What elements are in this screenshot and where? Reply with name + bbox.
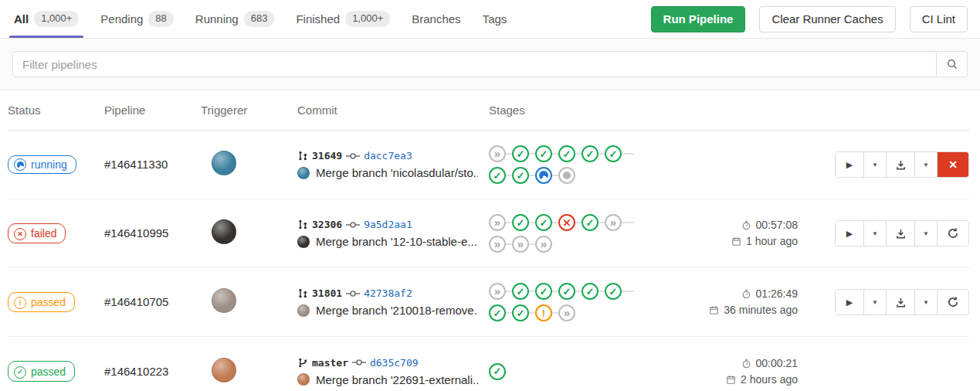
- stage-icon-running[interactable]: [535, 167, 552, 184]
- stage-icon-passed[interactable]: ✓: [535, 214, 552, 231]
- pipeline-finished-ago: 2 hours ago: [741, 372, 798, 388]
- commit-message-link[interactable]: Merge branch '12-10-stable-e...: [316, 235, 477, 248]
- commit-author-avatar[interactable]: [297, 167, 310, 179]
- stage-icon-passed[interactable]: ✓: [535, 145, 552, 162]
- branch-link[interactable]: master: [312, 357, 348, 369]
- commit-sha-link[interactable]: 9a5d2aa1: [364, 219, 412, 230]
- pipeline-link[interactable]: #146410705: [104, 295, 168, 308]
- stage-icon-passed[interactable]: ✓: [558, 145, 575, 162]
- commit-author-avatar[interactable]: [297, 236, 310, 248]
- pipeline-timing: 01:26:49 36 minutes ago: [655, 286, 798, 318]
- stage-icon-passed[interactable]: ✓: [558, 283, 575, 300]
- artifacts-download-button[interactable]: [887, 152, 915, 177]
- stage-icon-skipped[interactable]: »: [489, 214, 506, 231]
- stage-icon-passed[interactable]: ✓: [605, 283, 622, 300]
- artifacts-download-button[interactable]: [887, 221, 915, 246]
- search-button[interactable]: [937, 51, 968, 77]
- stage-icon-skipped[interactable]: »: [489, 283, 506, 300]
- stopwatch-icon: [741, 289, 751, 299]
- pipeline-link[interactable]: #146410223: [104, 365, 168, 378]
- artifacts-download-button[interactable]: [887, 290, 915, 314]
- pipeline-duration: 01:26:49: [756, 286, 799, 302]
- play-icon: ▶: [846, 298, 853, 308]
- stage-icon-passed[interactable]: ✓: [512, 145, 529, 162]
- tab-tags[interactable]: Tags: [483, 0, 507, 38]
- filter-pipelines-input[interactable]: [12, 51, 937, 77]
- tab-pending[interactable]: Pending 88: [100, 0, 174, 38]
- manual-action-button[interactable]: ▶: [836, 290, 864, 314]
- commit-sha-link[interactable]: d635c709: [370, 357, 419, 369]
- manual-action-dropdown[interactable]: ▼: [864, 152, 887, 177]
- toolbar: Run Pipeline Clear Runner Caches CI Lint: [651, 6, 968, 32]
- manual-action-button[interactable]: ▶: [836, 221, 864, 246]
- commit-author-avatar[interactable]: [297, 304, 310, 317]
- tab-all[interactable]: All 1,000+: [14, 0, 79, 38]
- pipeline-link[interactable]: #146410995: [104, 226, 168, 240]
- stage-icon-passed[interactable]: ✓: [489, 304, 506, 321]
- stage-icon-passed[interactable]: ✓: [605, 145, 622, 162]
- avatar[interactable]: [212, 288, 236, 313]
- status-badge[interactable]: ✓ passed: [8, 361, 75, 382]
- commit-sha-link[interactable]: 42738af2: [364, 287, 412, 299]
- artifacts-dropdown[interactable]: ▼: [915, 152, 938, 177]
- stage-icon-passed[interactable]: ✓: [512, 283, 529, 300]
- calendar-icon: [709, 305, 719, 315]
- run-pipeline-button[interactable]: Run Pipeline: [651, 6, 746, 32]
- status-label: passed: [31, 366, 66, 378]
- stage-icon-skipped[interactable]: »: [489, 236, 506, 253]
- stage-icon-skipped[interactable]: »: [535, 236, 552, 253]
- stage-icon-skipped[interactable]: »: [512, 236, 529, 253]
- artifacts-dropdown[interactable]: ▼: [915, 290, 938, 314]
- stage-icon-passed[interactable]: ✓: [512, 214, 529, 231]
- commit-author-avatar[interactable]: [297, 373, 310, 386]
- tab-branches[interactable]: Branches: [412, 0, 460, 38]
- stage-icon-passed[interactable]: ✓: [582, 214, 599, 231]
- commit-message-link[interactable]: Merge branch 'nicolasdular/sto...: [316, 166, 478, 179]
- status-badge[interactable]: running: [8, 155, 76, 175]
- stage-connector: [506, 312, 512, 314]
- stage-connector: [622, 222, 628, 223]
- stage-icon-failed[interactable]: ✕: [558, 214, 575, 231]
- commit-message-link[interactable]: Merge branch '210018-remove...: [316, 304, 478, 317]
- avatar[interactable]: [212, 219, 236, 244]
- merge-request-link[interactable]: 31801: [312, 287, 342, 299]
- stages-mini-graph: ✓: [489, 363, 643, 380]
- retry-icon: [947, 227, 959, 240]
- stage-icon-passed[interactable]: ✓: [512, 304, 529, 321]
- stage-icon-passed[interactable]: ✓: [582, 283, 599, 300]
- stage-icon-skipped[interactable]: »: [605, 214, 622, 231]
- tab-running[interactable]: Running 683: [195, 0, 275, 38]
- stage-icon-skipped[interactable]: »: [489, 145, 506, 162]
- manual-action-button[interactable]: ▶: [836, 152, 864, 177]
- merge-request-link[interactable]: 32306: [312, 219, 342, 230]
- retry-pipeline-button[interactable]: [938, 221, 968, 246]
- stage-icon-created[interactable]: [558, 167, 575, 184]
- commit-sha-link[interactable]: dacc7ea3: [364, 150, 412, 162]
- status-badge[interactable]: ! passed: [8, 292, 75, 313]
- avatar[interactable]: [212, 151, 236, 175]
- pipeline-link[interactable]: #146411330: [104, 158, 168, 171]
- stage-icon-passed[interactable]: ✓: [489, 167, 506, 184]
- artifacts-dropdown[interactable]: ▼: [915, 221, 938, 246]
- stage-connector: [628, 222, 634, 223]
- tab-finished[interactable]: Finished 1,000+: [296, 0, 390, 38]
- stage-icon-passed[interactable]: ✓: [582, 145, 599, 162]
- stage-icon-passed[interactable]: ✓: [489, 363, 506, 380]
- retry-pipeline-button[interactable]: [938, 290, 968, 314]
- stage-icon-passed[interactable]: ✓: [535, 283, 552, 300]
- stage-icon-warning[interactable]: !: [535, 304, 552, 321]
- manual-action-dropdown[interactable]: ▼: [864, 221, 887, 246]
- stage-connector: [506, 175, 512, 176]
- cancel-pipeline-button[interactable]: ✕: [938, 152, 968, 177]
- table-row: running #146411330 31649 dacc: [8, 131, 969, 199]
- avatar[interactable]: [212, 358, 236, 382]
- stage-icon-passed[interactable]: ✓: [512, 167, 529, 184]
- pipeline-actions: ▶ ▼ ▼: [835, 220, 969, 246]
- clear-runner-caches-button[interactable]: Clear Runner Caches: [759, 6, 895, 32]
- commit-message-link[interactable]: Merge branch '22691-externali...: [316, 373, 478, 386]
- merge-request-link[interactable]: 31649: [312, 150, 342, 162]
- ci-lint-button[interactable]: CI Lint: [910, 6, 968, 32]
- status-badge[interactable]: ✕ failed: [8, 223, 66, 244]
- stage-icon-skipped[interactable]: »: [558, 304, 575, 321]
- manual-action-dropdown[interactable]: ▼: [864, 290, 887, 314]
